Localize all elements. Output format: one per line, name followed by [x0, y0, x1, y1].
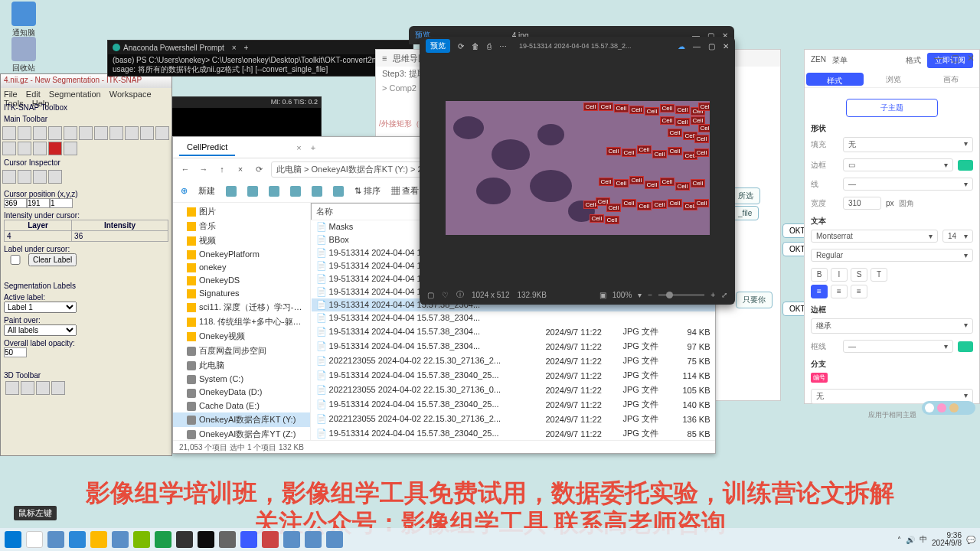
new-button[interactable]: 新建 [198, 185, 215, 197]
tab-canvas[interactable]: 画布 [922, 71, 979, 87]
tool-button[interactable] [64, 142, 77, 155]
forward-button[interactable]: → [198, 163, 210, 175]
tool-button[interactable] [64, 126, 77, 140]
bold-button[interactable]: B [811, 268, 828, 282]
weight-select[interactable]: Regular▾ [811, 249, 973, 262]
branch-style[interactable]: 继承▾ [811, 318, 973, 334]
info-icon[interactable]: ⓘ [456, 289, 464, 300]
search-button[interactable] [26, 531, 43, 548]
more-icon[interactable]: ⋯ [499, 42, 507, 51]
tool-button[interactable] [2, 142, 16, 155]
task-icon[interactable] [240, 531, 257, 548]
italic-button[interactable]: I [831, 268, 848, 282]
mindmap-node[interactable]: _file [731, 206, 759, 220]
cursor-x[interactable] [4, 198, 27, 208]
tool3d[interactable] [21, 381, 34, 395]
fullscreen-icon[interactable]: ⤢ [721, 291, 727, 299]
line-select[interactable]: —▾ [843, 178, 973, 191]
zoom-in-icon[interactable]: + [710, 291, 715, 299]
close-icon[interactable]: ✕ [967, 53, 975, 64]
task-icon[interactable] [283, 531, 300, 548]
refresh-button[interactable]: ⟳ [253, 163, 265, 175]
tree-item[interactable]: sci11. 深度（迁移）学习-单（多）中心-数字病理-融合-... [173, 300, 310, 315]
paint-over-select[interactable]: All labels [4, 324, 77, 336]
font-select[interactable]: Montserrat▾ [811, 230, 938, 243]
desktop-icon-recycle[interactable]: 回收站 [5, 37, 43, 73]
terminal-task-icon[interactable] [198, 531, 214, 548]
active-label-select[interactable]: Label 1 [4, 302, 77, 313]
tree-item[interactable]: Onekey视频 [173, 329, 310, 344]
tab-browse[interactable]: 浏览 [865, 71, 923, 87]
start-button[interactable] [5, 531, 21, 548]
tool3d[interactable] [36, 381, 50, 395]
strike-button[interactable]: S [851, 268, 867, 282]
tool-button[interactable] [140, 126, 154, 140]
tool-button[interactable] [48, 142, 62, 155]
tree-item[interactable]: OnekeyPlatform [173, 248, 310, 261]
file-row[interactable]: 📄 19-513314 2024-04-04 15.57.38_2304... [312, 311, 715, 324]
tree-item[interactable]: OnekeyDS [173, 274, 310, 287]
system-tray[interactable]: ˄🔊中 9:362024/9/8 💬 [897, 532, 975, 547]
clear-label-button[interactable]: Clear Label [28, 253, 77, 266]
tree-item[interactable]: 音乐 [173, 219, 310, 233]
task-icon[interactable] [47, 531, 64, 548]
file-row[interactable]: 📄 19-513314 2024-04-04 15.57.38_23040_25… [312, 426, 715, 440]
task-icon[interactable] [69, 531, 86, 548]
tree-item[interactable]: 百度网盘同步空间 [173, 344, 310, 358]
cursor-tool[interactable] [18, 170, 31, 184]
tool-button[interactable] [18, 142, 31, 155]
menu-label[interactable]: 菜单 [832, 55, 848, 66]
close-icon[interactable]: ✕ [723, 42, 729, 51]
task-icon[interactable] [305, 531, 322, 548]
fit-icon[interactable]: ▢ [427, 291, 434, 299]
delete-icon[interactable] [333, 186, 344, 197]
file-row[interactable]: 📄 19-513314 2024-04-04 15.57.38_2304...2… [312, 324, 715, 339]
maximize-icon[interactable]: ▢ [951, 53, 959, 64]
file-row[interactable]: 📄 19-513314 2024-04-04 15.57.38_23040_25… [312, 368, 715, 383]
mindmap-node[interactable]: 所选 [731, 187, 760, 204]
task-icon[interactable] [155, 531, 172, 548]
back-button[interactable]: ← [179, 163, 191, 175]
task-icon[interactable] [133, 531, 150, 548]
tree-item[interactable]: OnekeyData (D:) [173, 386, 310, 399]
sort-button[interactable]: 排序 [364, 186, 381, 195]
minimize-icon[interactable]: — [934, 53, 943, 64]
tool-button[interactable] [2, 126, 16, 140]
tool-button[interactable] [125, 126, 139, 140]
view-button[interactable]: 查看 [402, 186, 419, 195]
ime-indicator[interactable] [922, 401, 975, 415]
align-left[interactable]: ≡ [811, 285, 828, 298]
print-icon[interactable]: ⎙ [487, 42, 492, 51]
cursor-tool[interactable] [33, 170, 47, 184]
cut-icon[interactable] [226, 186, 237, 197]
fontsize-select[interactable]: 14▾ [942, 230, 973, 243]
paste-icon[interactable] [269, 186, 279, 197]
file-row[interactable]: 📄 2022123055 2024-04-02 22.15.30_27136_0… [312, 383, 715, 397]
task-icon[interactable] [326, 531, 343, 548]
format-label[interactable]: 格式 [906, 55, 921, 66]
folder-tree[interactable]: 图片音乐视频OnekeyPlatformonekeyOnekeyDSSignat… [173, 203, 311, 440]
up-button[interactable]: ↑ [216, 163, 228, 175]
file-row[interactable]: 📄 19-513314 2024-04-04 15.57.38_2304...2… [312, 339, 715, 354]
line-style[interactable]: —▾ [843, 340, 953, 353]
task-icon[interactable] [176, 531, 193, 548]
tool3d[interactable] [5, 381, 19, 395]
tool-button[interactable] [109, 126, 123, 140]
share-icon[interactable] [312, 186, 322, 197]
border-select[interactable]: ▭▾ [843, 158, 953, 171]
terminal-tab[interactable]: Anaconda Powershell Prompt×+ [108, 41, 413, 54]
zoom-out-icon[interactable]: − [648, 291, 652, 299]
tree-item[interactable]: 图片 [173, 204, 310, 219]
tool-button[interactable] [33, 126, 47, 140]
cursor-y[interactable] [27, 198, 50, 208]
label-checkbox[interactable] [4, 255, 27, 265]
border-color-swatch[interactable] [958, 160, 973, 171]
taskbar[interactable]: ˄🔊中 9:362024/9/8 💬 [0, 528, 980, 551]
tree-item[interactable]: 视频 [173, 233, 310, 248]
tree-item[interactable]: 此电脑 [173, 358, 310, 373]
cursor-tool[interactable] [48, 170, 62, 184]
rename-icon[interactable] [290, 186, 301, 197]
tree-item[interactable]: Signatures [173, 287, 310, 300]
tool-button[interactable] [18, 126, 31, 140]
explorer-task-icon[interactable] [90, 531, 107, 548]
